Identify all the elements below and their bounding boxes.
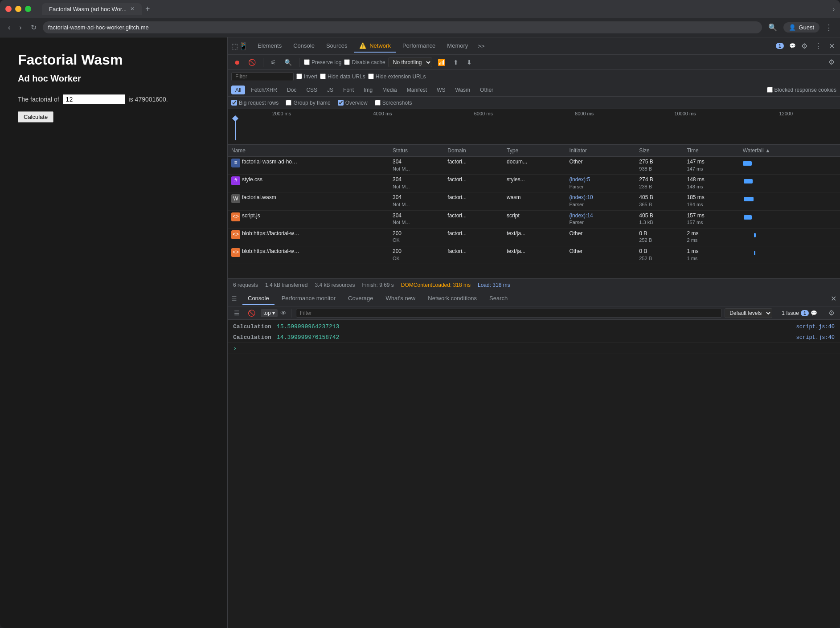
tab-performance[interactable]: Performance: [397, 40, 441, 53]
tab-close-button[interactable]: ✕: [130, 6, 135, 12]
type-pill-fetch-xhr[interactable]: Fetch/XHR: [247, 86, 281, 94]
factorial-input[interactable]: [63, 94, 125, 104]
console-menu-icon[interactable]: ☰: [231, 295, 237, 302]
record-stop-button[interactable]: ⏺: [231, 57, 243, 67]
col-initiator[interactable]: Initiator: [565, 145, 635, 157]
screenshots-checkbox[interactable]: Screenshots: [375, 100, 412, 106]
back-button[interactable]: ‹: [5, 22, 13, 33]
col-type[interactable]: Type: [503, 145, 565, 157]
more-options-icon[interactable]: ⋮: [813, 40, 824, 52]
overview-checkbox[interactable]: Overview: [338, 100, 368, 106]
table-row[interactable]: # style.css 304 Not M... factori... styl…: [228, 175, 840, 192]
console-context-selector[interactable]: top ▾: [261, 309, 278, 317]
minimize-button[interactable]: [15, 6, 21, 12]
console-clear-icon[interactable]: 🚫: [245, 308, 258, 318]
console-settings-icon[interactable]: ⚙: [827, 307, 836, 319]
initiator-link[interactable]: (index):14: [569, 212, 593, 219]
console-tab-coverage[interactable]: Coverage: [343, 292, 378, 305]
network-settings-icon[interactable]: ⚙: [827, 56, 836, 68]
device-toolbar-icon[interactable]: 📱: [239, 42, 248, 50]
col-time[interactable]: Time: [683, 145, 739, 157]
type-pill-other[interactable]: Other: [476, 86, 497, 94]
type-pill-all[interactable]: All: [231, 86, 245, 94]
tab-console[interactable]: Console: [288, 40, 320, 53]
hide-data-urls-input[interactable]: [320, 73, 326, 79]
console-sidebar-icon[interactable]: ☰: [231, 308, 242, 318]
settings-icon[interactable]: ⚙: [799, 40, 809, 52]
console-tab-search[interactable]: Search: [484, 292, 513, 305]
profile-button[interactable]: 👤 Guest: [783, 22, 820, 33]
close-button[interactable]: [5, 6, 12, 12]
tab-network[interactable]: ⚠️ Network: [354, 40, 396, 53]
console-prompt-line[interactable]: ›: [228, 343, 840, 354]
type-pill-ws[interactable]: WS: [433, 86, 449, 94]
online-icon[interactable]: 📶: [435, 57, 448, 67]
table-row[interactable]: <> blob:https://factorial-wa... 200 OK f…: [228, 246, 840, 264]
blocked-cookies-checkbox[interactable]: Blocked response cookies: [767, 87, 836, 93]
table-row[interactable]: ≡ factorial-wasm-ad-hoc-... 304 Not M...…: [228, 157, 840, 175]
forward-button[interactable]: ›: [16, 22, 24, 33]
screenshots-input[interactable]: [375, 100, 381, 106]
url-input[interactable]: [43, 21, 762, 33]
console-source[interactable]: script.js:40: [796, 324, 835, 330]
initiator-link[interactable]: (index):5: [569, 176, 590, 183]
hide-ext-urls-checkbox[interactable]: Hide extension URLs: [368, 73, 426, 80]
big-rows-input[interactable]: [231, 100, 237, 106]
tab-sources[interactable]: Sources: [321, 40, 353, 53]
console-source[interactable]: script.js:40: [796, 334, 835, 341]
reload-button[interactable]: ↻: [28, 21, 39, 33]
tab-memory[interactable]: Memory: [442, 40, 473, 53]
console-tab-network-conditions[interactable]: Network conditions: [422, 292, 482, 305]
console-tab-whats-new[interactable]: What's new: [380, 292, 421, 305]
type-pill-wasm[interactable]: Wasm: [451, 86, 475, 94]
col-waterfall[interactable]: Waterfall ▲: [739, 145, 840, 157]
type-pill-img[interactable]: Img: [360, 86, 377, 94]
active-tab[interactable]: Factorial Wasm (ad hoc Wor... ✕: [42, 3, 142, 15]
levels-select[interactable]: Default levels: [725, 308, 772, 318]
table-row[interactable]: W factorial.wasm 304 Not M... factori...…: [228, 192, 840, 210]
more-tabs-icon[interactable]: >>: [474, 43, 488, 49]
col-domain[interactable]: Domain: [444, 145, 503, 157]
zoom-button[interactable]: 🔍: [766, 21, 780, 33]
type-pill-font[interactable]: Font: [339, 86, 358, 94]
type-pill-media[interactable]: Media: [378, 86, 401, 94]
type-pill-js[interactable]: JS: [323, 86, 337, 94]
disable-cache-checkbox[interactable]: Disable cache: [344, 59, 385, 65]
table-row[interactable]: <> script.js 304 Not M... factori... scr…: [228, 210, 840, 228]
preserve-log-input[interactable]: [304, 59, 310, 65]
hide-ext-urls-input[interactable]: [368, 73, 374, 79]
new-tab-button[interactable]: +: [145, 4, 150, 14]
throttle-select[interactable]: No throttling: [388, 57, 432, 67]
col-size[interactable]: Size: [635, 145, 683, 157]
filter-input[interactable]: [231, 72, 294, 81]
filter-icon[interactable]: ⚟: [268, 57, 279, 67]
console-filter-input[interactable]: [296, 309, 722, 318]
element-picker-icon[interactable]: ⬚: [231, 42, 238, 50]
search-icon[interactable]: 🔍: [282, 57, 295, 67]
invert-checkbox[interactable]: Invert: [296, 73, 317, 80]
close-devtools-button[interactable]: ✕: [827, 40, 836, 52]
maximize-button[interactable]: [25, 6, 31, 12]
overview-input[interactable]: [338, 100, 344, 106]
clear-button[interactable]: 🚫: [246, 57, 258, 67]
console-tab-console[interactable]: Console: [242, 292, 275, 305]
type-pill-manifest[interactable]: Manifest: [403, 86, 431, 94]
invert-input[interactable]: [296, 73, 302, 79]
table-row[interactable]: <> blob:https://factorial-wa... 200 OK f…: [228, 228, 840, 246]
network-table-container[interactable]: Name Status Domain Type Initiator Size T…: [228, 145, 840, 278]
group-by-frame-input[interactable]: [286, 100, 291, 106]
menu-button[interactable]: ⋮: [823, 21, 835, 34]
console-tab-perf[interactable]: Performance monitor: [276, 292, 341, 305]
hide-data-urls-checkbox[interactable]: Hide data URLs: [320, 73, 365, 80]
console-eye-icon[interactable]: 👁: [280, 310, 287, 317]
tab-elements[interactable]: Elements: [252, 40, 287, 53]
preserve-log-checkbox[interactable]: Preserve log: [304, 59, 341, 65]
big-rows-checkbox[interactable]: Big request rows: [231, 100, 279, 106]
group-by-frame-checkbox[interactable]: Group by frame: [286, 100, 330, 106]
console-close-button[interactable]: ✕: [831, 294, 836, 303]
type-pill-css[interactable]: CSS: [302, 86, 321, 94]
initiator-link[interactable]: (index):10: [569, 194, 593, 200]
col-name[interactable]: Name: [228, 145, 389, 157]
disable-cache-input[interactable]: [344, 59, 350, 65]
download-icon[interactable]: ⬇: [464, 57, 475, 67]
